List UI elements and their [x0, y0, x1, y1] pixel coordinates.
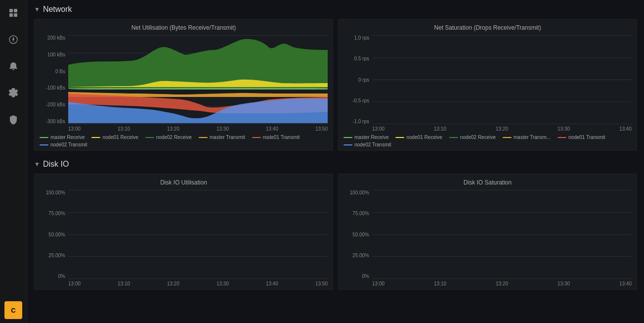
- diskio-title: Disk IO: [43, 160, 69, 169]
- disk-saturation-chart: 100.00% 75.00% 50.00% 25.00% 0%: [343, 190, 632, 279]
- disk-saturation-svg: [372, 190, 632, 279]
- disk-utilisation-x-axis: 13:00 13:10 13:20 13:30 13:40 13:50: [40, 281, 328, 286]
- shield-icon[interactable]: [4, 111, 22, 129]
- legend-node02-receive: node02 Receive: [145, 135, 192, 140]
- disk-utilisation-chart: 100.00% 75.00% 50.00% 25.00% 0%: [40, 190, 328, 279]
- disk-saturation-body: [372, 190, 632, 279]
- disk-saturation-x-axis: 13:00 13:10 13:20 13:30 13:40: [343, 281, 632, 286]
- legend-sat-master-transmit: master Transm...: [503, 135, 551, 140]
- net-utilisation-title: Net Utilisation (Bytes Receive/Transmit): [40, 24, 328, 31]
- disk-saturation-y-axis: 100.00% 75.00% 50.00% 25.00% 0%: [343, 190, 372, 279]
- net-saturation-body: [372, 35, 632, 124]
- net-utilisation-svg: [68, 35, 328, 124]
- legend-master-receive: master Receive: [40, 135, 85, 140]
- svg-rect-2: [9, 13, 13, 17]
- disk-saturation-title: Disk IO Saturation: [343, 179, 632, 186]
- diskio-chevron[interactable]: ▼: [34, 161, 40, 168]
- legend-node01-transmit: node01 Transmit: [252, 135, 300, 140]
- net-utilisation-legend: master Receive node01 Receive node02 Rec…: [40, 135, 328, 147]
- network-section-header: ▼ Network: [34, 5, 637, 14]
- net-saturation-svg: [372, 35, 632, 124]
- grid-icon[interactable]: [4, 4, 22, 22]
- disk-utilisation-y-axis: 100.00% 75.00% 50.00% 25.00% 0%: [40, 190, 68, 279]
- net-saturation-x-axis: 13:00 13:10 13:20 13:30 13:40: [343, 126, 632, 132]
- net-saturation-chart: 1.0 rps 0.5 rps 0 rps -0.5 rps -1.0 rps: [343, 35, 632, 124]
- network-chevron[interactable]: ▼: [34, 6, 40, 13]
- svg-rect-0: [9, 9, 13, 12]
- legend-node02-transmit: node02 Transmit: [40, 142, 87, 147]
- svg-rect-3: [14, 13, 17, 17]
- compass-icon[interactable]: [4, 31, 22, 48]
- network-title: Network: [43, 5, 72, 14]
- net-utilisation-x-axis: 13:00 13:10 13:20 13:30 13:40 13:50: [40, 126, 328, 132]
- disk-utilisation-svg: [68, 190, 328, 279]
- disk-utilisation-title: Disk IO Utilisation: [40, 179, 328, 186]
- net-utilisation-chart: 200 kBs 100 kBs 0 Bs -100 kBs -200 kBs -…: [40, 35, 328, 124]
- legend-sat-node01-transmit: node01 Transmit: [558, 135, 605, 140]
- bell-icon[interactable]: [4, 57, 22, 75]
- settings-icon[interactable]: [4, 84, 22, 102]
- sidebar: C: [0, 0, 27, 323]
- disk-saturation-panel: Disk IO Saturation 100.00% 75.00% 50.00%…: [338, 174, 637, 290]
- diskio-section-header: ▼ Disk IO: [34, 160, 637, 169]
- diskio-chart-row: Disk IO Utilisation 100.00% 75.00% 50.00…: [34, 174, 637, 290]
- network-chart-row: Net Utilisation (Bytes Receive/Transmit)…: [34, 19, 637, 151]
- net-utilisation-panel: Net Utilisation (Bytes Receive/Transmit)…: [34, 19, 333, 151]
- legend-sat-node01-receive: node01 Receive: [395, 135, 442, 140]
- svg-rect-1: [14, 9, 17, 12]
- net-utilisation-body: [68, 35, 328, 124]
- net-saturation-legend: master Receive node01 Receive node02 Rec…: [343, 135, 632, 147]
- avatar-icon[interactable]: C: [4, 301, 22, 319]
- legend-sat-master-receive: master Receive: [343, 135, 388, 140]
- legend-sat-node02-transmit: node02 Transmit: [343, 142, 391, 147]
- legend-node01-receive: node01 Receive: [91, 135, 138, 140]
- net-saturation-panel: Net Saturation (Drops Receive/Transmit) …: [338, 19, 637, 151]
- net-utilisation-y-axis: 200 kBs 100 kBs 0 Bs -100 kBs -200 kBs -…: [40, 35, 68, 124]
- legend-master-transmit: master Transmit: [199, 135, 245, 140]
- disk-utilisation-panel: Disk IO Utilisation 100.00% 75.00% 50.00…: [34, 174, 333, 290]
- disk-utilisation-body: [68, 190, 328, 279]
- net-saturation-title: Net Saturation (Drops Receive/Transmit): [343, 24, 632, 31]
- legend-sat-node02-receive: node02 Receive: [449, 135, 496, 140]
- net-saturation-y-axis: 1.0 rps 0.5 rps 0 rps -0.5 rps -1.0 rps: [343, 35, 372, 124]
- main-content: ▼ Network Net Utilisation (Bytes Receive…: [27, 0, 644, 323]
